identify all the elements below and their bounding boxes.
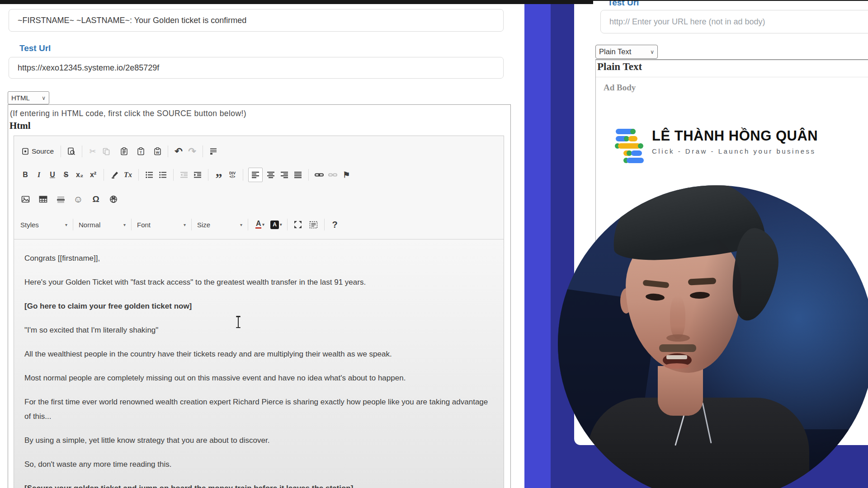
strikethrough-button[interactable]: S — [61, 169, 71, 181]
maximize-button[interactable] — [292, 219, 303, 231]
toolbar-separator — [287, 219, 288, 230]
format-select[interactable]: HTML ∨ — [8, 91, 49, 104]
special-character-button[interactable]: Ω — [90, 193, 101, 206]
editor-paragraph: All the wealthiest people in the country… — [24, 347, 492, 361]
paste-plain-text-button[interactable]: T — [135, 145, 146, 158]
superscript-button[interactable]: x² — [88, 169, 99, 181]
paste-from-word-button[interactable]: W — [152, 145, 163, 158]
decrease-indent-button — [179, 169, 189, 181]
toolbar-separator — [324, 219, 325, 230]
chevron-down-icon: ∨ — [650, 49, 654, 55]
div-icon-tag: </> — [230, 175, 235, 178]
underline-button[interactable]: U — [47, 169, 58, 181]
toolbar-separator — [308, 169, 309, 181]
toolbar-separator — [208, 169, 208, 181]
editor-paragraph: Here's your Golden Ticket with "fast tra… — [24, 275, 492, 290]
source-button[interactable]: Source — [20, 145, 56, 158]
editor-paragraph: [Go here to claim your free golden ticke… — [24, 299, 492, 314]
bulleted-list-button[interactable] — [157, 169, 168, 181]
screen: Test Url HTML ∨ (If entering in HTML cod… — [0, 0, 868, 488]
background-color-button[interactable]: A ▾ — [270, 219, 282, 231]
paste-button[interactable] — [118, 145, 129, 158]
url-input[interactable] — [600, 10, 868, 33]
toolbar-separator — [61, 145, 61, 157]
preview-button[interactable] — [66, 145, 77, 158]
caret-down-icon: ▾ — [262, 222, 264, 227]
insert-table-button[interactable] — [38, 193, 48, 206]
horizontal-line-button[interactable] — [55, 193, 66, 206]
select-all-button[interactable] — [208, 145, 219, 158]
editor-container: (If entering in HTML code, first click t… — [8, 104, 511, 488]
text-cursor-icon — [236, 316, 241, 328]
toolbar-separator — [173, 169, 174, 181]
insert-image-button[interactable] — [20, 193, 31, 206]
align-center-button[interactable] — [265, 169, 276, 181]
brand-tagline: Click - Draw - Launch your business — [652, 147, 818, 155]
redo-button: ↷ — [187, 145, 198, 158]
size-dropdown-value: Size — [197, 221, 210, 229]
logo-bars-icon — [615, 128, 647, 163]
toolbar-separator — [82, 145, 82, 157]
caret-down-icon: ▾ — [65, 222, 67, 227]
about-help-button[interactable]: ? — [330, 219, 340, 231]
numbered-list-button[interactable] — [144, 169, 155, 181]
format-select[interactable]: Plain Text ∨ — [595, 45, 658, 59]
bold-button[interactable]: B — [20, 169, 31, 181]
person-neck — [658, 366, 703, 416]
size-dropdown[interactable]: Size ▾ — [195, 221, 244, 229]
increase-indent-button[interactable] — [192, 169, 203, 181]
caret-down-icon: ▾ — [123, 222, 126, 227]
toolbar-separator — [243, 169, 243, 181]
undo-button[interactable]: ↶ — [173, 145, 184, 158]
video-top-line — [0, 0, 868, 1]
editor-paragraph: Most normal people are completely missin… — [24, 371, 492, 385]
editor-paragraph: Congrats [[firstname]], — [24, 251, 492, 266]
cut-button: ✂ — [87, 145, 98, 158]
subject-input[interactable] — [9, 9, 504, 32]
format-select-value: HTML — [11, 94, 30, 102]
copy-button — [101, 145, 112, 158]
text-color-button[interactable]: A ▾ — [255, 219, 265, 231]
iframe-globe-icon[interactable] — [108, 193, 119, 206]
svg-text:W: W — [156, 150, 159, 155]
toolbar-separator — [138, 169, 139, 181]
div-container-button[interactable]: DIV </> — [227, 169, 238, 181]
editor-field-label: Html — [9, 120, 31, 131]
source-icon — [22, 148, 29, 155]
paragraph-format-value: Normal — [79, 221, 100, 229]
toolbar-separator — [248, 219, 248, 230]
brand-logo: LÊ THÀNH HỒNG QUÂN Click - Draw - Launch… — [615, 128, 818, 163]
editor-body[interactable]: Congrats [[firstname]],Here's your Golde… — [14, 239, 504, 488]
font-dropdown-value: Font — [137, 221, 151, 229]
toolbar-separator — [131, 219, 132, 230]
copy-formatting-icon[interactable] — [109, 169, 120, 181]
source-label: Source — [32, 147, 54, 155]
anchor-icon[interactable]: ⚑ — [341, 169, 352, 181]
subscript-button[interactable]: x₂ — [74, 169, 85, 181]
link-button[interactable] — [314, 169, 325, 181]
caret-down-icon: ▾ — [280, 222, 282, 227]
caret-down-icon: ▾ — [240, 222, 242, 227]
smiley-icon[interactable]: ☺ — [73, 193, 84, 206]
toolbar-separator — [168, 145, 168, 157]
remove-format-button[interactable]: Tx — [123, 169, 133, 181]
unlink-button — [327, 169, 338, 181]
show-blocks-button[interactable] — [308, 219, 319, 231]
font-dropdown[interactable]: Font ▾ — [135, 221, 188, 229]
align-right-button[interactable] — [279, 169, 290, 181]
italic-button[interactable]: I — [33, 169, 44, 181]
editor-hint-text: (If entering in HTML code, first click t… — [10, 109, 246, 118]
chevron-down-icon: ∨ — [42, 95, 46, 101]
editor-paragraph: "I'm so excited that I'm literally shaki… — [24, 323, 492, 338]
rich-text-editor: Source ✂ — [14, 136, 504, 488]
editor-paragraph: By using a simple, yet little know strat… — [24, 433, 492, 448]
test-url-input[interactable] — [9, 57, 504, 79]
editor-paragraph: [Secure your golden ticket and jump on b… — [24, 481, 492, 488]
blockquote-button[interactable]: ” — [213, 166, 224, 184]
paragraph-format-dropdown[interactable]: Normal ▾ — [77, 221, 127, 229]
justify-button[interactable] — [292, 169, 303, 181]
align-left-button[interactable] — [248, 168, 263, 182]
styles-dropdown[interactable]: Styles ▾ — [19, 221, 69, 229]
caret-down-icon: ▾ — [184, 222, 186, 227]
divider-band-blue — [524, 0, 551, 488]
